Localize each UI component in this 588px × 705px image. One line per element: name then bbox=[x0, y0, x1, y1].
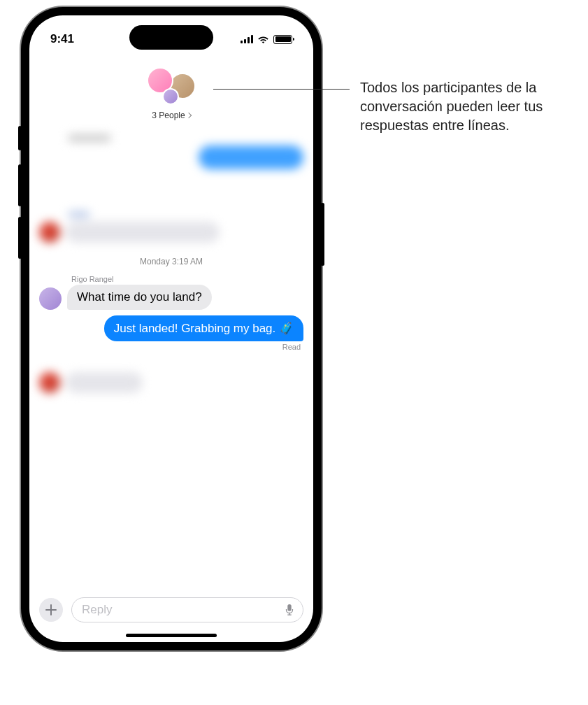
wifi-icon bbox=[257, 35, 269, 44]
home-indicator[interactable] bbox=[126, 634, 217, 637]
svg-rect-0 bbox=[287, 604, 291, 611]
sender-name-label: Rigo Rangel bbox=[71, 275, 303, 283]
outgoing-message-bubble[interactable]: Just landed! Grabbing my bag. 🧳 bbox=[104, 315, 303, 341]
reply-placeholder: Reply bbox=[82, 603, 112, 617]
input-bar: Reply bbox=[29, 590, 313, 629]
phone-frame: 9:41 3 People bbox=[21, 7, 322, 650]
chevron-right-icon bbox=[185, 113, 191, 118]
incoming-message-row: What time do you land? bbox=[39, 285, 303, 310]
cellular-signal-icon bbox=[241, 35, 253, 43]
callout-text: Todos los participantes de la conversaci… bbox=[360, 78, 570, 135]
people-count-text: 3 People bbox=[152, 111, 185, 120]
reply-input[interactable]: Reply bbox=[71, 597, 303, 622]
timestamp-label: Monday 3:19 AM bbox=[39, 257, 303, 266]
group-avatar-cluster[interactable] bbox=[147, 67, 196, 106]
sender-avatar[interactable] bbox=[39, 287, 62, 310]
microphone-icon[interactable] bbox=[283, 604, 296, 616]
conversation-area[interactable]: Monday 3:19 AM Rigo Rangel What time do … bbox=[29, 127, 313, 414]
side-button-vol-up bbox=[18, 164, 22, 206]
outgoing-message-row: Just landed! Grabbing my bag. 🧳 bbox=[39, 315, 303, 341]
side-button-vol-down bbox=[18, 217, 22, 259]
screen: 9:41 3 People bbox=[29, 15, 313, 642]
status-time: 9:41 bbox=[50, 32, 74, 46]
conversation-header[interactable]: 3 People bbox=[29, 53, 313, 127]
side-button-right bbox=[321, 203, 324, 266]
read-receipt-label: Read bbox=[39, 343, 301, 351]
battery-icon bbox=[273, 35, 292, 44]
incoming-message-bubble[interactable]: What time do you land? bbox=[67, 285, 212, 310]
blurred-message-group-1 bbox=[39, 134, 303, 169]
add-button[interactable] bbox=[39, 598, 63, 622]
blurred-message-group-3 bbox=[39, 372, 303, 393]
blurred-message-group-2 bbox=[39, 211, 303, 243]
people-count-label[interactable]: 3 People bbox=[152, 111, 190, 120]
plus-icon bbox=[45, 604, 57, 616]
participant-avatar-3 bbox=[162, 88, 179, 105]
callout-line bbox=[213, 89, 350, 90]
side-button-mute bbox=[18, 126, 22, 150]
status-right bbox=[241, 35, 292, 44]
dynamic-island bbox=[129, 25, 213, 50]
